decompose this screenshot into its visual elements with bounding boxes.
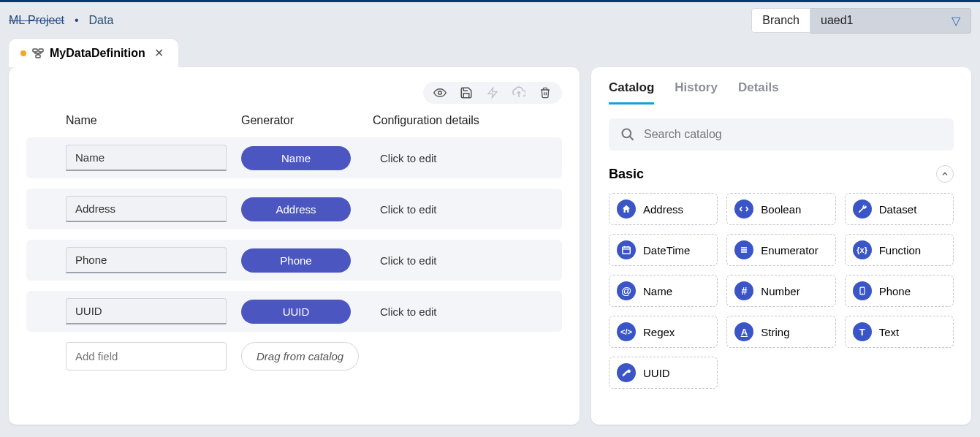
- catalog-grid: AddressBooleanDatasetDateTimeEnumerator{…: [609, 193, 954, 389]
- config-cell[interactable]: Click to edit: [373, 152, 552, 164]
- catalog-item-text[interactable]: TText: [845, 316, 954, 348]
- category-title: Basic: [609, 167, 644, 182]
- catalog-item-regex[interactable]: </>Regex: [609, 316, 718, 348]
- hash-icon: #: [734, 281, 753, 300]
- toolbar: [26, 82, 562, 104]
- add-row: Drag from catalog: [26, 342, 562, 370]
- add-field-input[interactable]: [66, 342, 227, 370]
- catalog-panel: Catalog History Details Basic AddressBoo…: [591, 67, 971, 425]
- arrows-icon: [734, 200, 753, 218]
- catalog-item-label: DateTime: [643, 244, 690, 256]
- catalog-item-label: Name: [643, 285, 672, 297]
- catalog-item-label: Number: [761, 285, 799, 297]
- catalog-item-label: Address: [643, 203, 683, 216]
- category-header: Basic: [609, 165, 954, 183]
- col-name: Name: [37, 114, 241, 127]
- breadcrumb: ML Project • Data: [9, 14, 113, 27]
- tab-history[interactable]: History: [675, 80, 718, 104]
- tab-mydatadefinition[interactable]: MyDataDefinition ✕: [9, 39, 178, 67]
- at-icon: @: [617, 281, 636, 300]
- catalog-item-label: Text: [879, 326, 900, 338]
- tab-details[interactable]: Details: [738, 80, 779, 104]
- config-cell[interactable]: Click to edit: [373, 305, 552, 318]
- field-row: UUID Click to edit: [26, 291, 562, 332]
- catalog-item-address[interactable]: Address: [609, 193, 718, 225]
- top-bar: ML Project • Data Branch uaed1 ▽: [0, 2, 980, 39]
- generator-chip[interactable]: UUID: [241, 300, 351, 324]
- svg-point-6: [623, 129, 631, 138]
- modified-indicator-icon: [20, 50, 26, 56]
- catalog-item-uuid[interactable]: UUID: [609, 357, 718, 389]
- phone-icon: [853, 281, 872, 300]
- calendar-icon: [617, 240, 636, 259]
- svg-line-7: [630, 137, 634, 140]
- workspace: Name Generator Configuration details Nam…: [0, 67, 980, 433]
- catalog-item-function[interactable]: {x}Function: [845, 234, 954, 266]
- upload-icon[interactable]: [512, 86, 525, 99]
- field-row: Address Click to edit: [26, 189, 562, 229]
- list-icon: [734, 240, 753, 259]
- grid-header: Name Generator Configuration details: [26, 114, 562, 137]
- catalog-item-label: Phone: [879, 285, 911, 297]
- branch-label: Branch: [751, 8, 810, 33]
- field-name-input[interactable]: [66, 196, 227, 222]
- branch-dropdown[interactable]: uaed1 ▽: [810, 8, 971, 34]
- breadcrumb-project[interactable]: ML Project: [9, 14, 64, 27]
- T-icon: T: [853, 322, 872, 341]
- config-cell[interactable]: Click to edit: [373, 203, 552, 216]
- catalog-item-phone[interactable]: Phone: [845, 275, 954, 307]
- catalog-item-number[interactable]: #Number: [726, 275, 835, 307]
- code-icon: </>: [617, 322, 636, 341]
- catalog-item-boolean[interactable]: Boolean: [726, 193, 835, 225]
- field-row: Phone Click to edit: [26, 240, 562, 281]
- search-box[interactable]: [609, 118, 954, 151]
- catalog-item-label: Dataset: [879, 203, 917, 216]
- catalog-item-enumerator[interactable]: Enumerator: [726, 234, 835, 266]
- save-icon[interactable]: [460, 86, 473, 99]
- breadcrumb-section[interactable]: Data: [88, 14, 113, 27]
- tab-catalog[interactable]: Catalog: [609, 80, 654, 104]
- field-name-input[interactable]: [66, 247, 227, 273]
- close-icon[interactable]: ✕: [151, 46, 167, 60]
- generator-chip[interactable]: Name: [241, 146, 351, 170]
- key-icon: [617, 363, 636, 382]
- catalog-item-label: Boolean: [761, 203, 801, 216]
- search-icon: [620, 127, 635, 142]
- drag-from-catalog[interactable]: Drag from catalog: [241, 342, 359, 370]
- branch-selector: Branch uaed1 ▽: [751, 8, 971, 34]
- toolbar-inner: [423, 82, 562, 104]
- search-input[interactable]: [644, 128, 942, 141]
- tab-label: MyDataDefinition: [50, 47, 145, 60]
- field-name-input[interactable]: [66, 145, 227, 171]
- run-icon[interactable]: [486, 86, 499, 99]
- wrench-icon: [853, 200, 872, 218]
- chevron-down-icon: ▽: [951, 14, 960, 28]
- tabs-row: MyDataDefinition ✕: [0, 39, 980, 67]
- catalog-item-name[interactable]: @Name: [609, 275, 718, 307]
- collapse-icon[interactable]: [936, 165, 954, 183]
- svg-rect-0: [33, 49, 37, 52]
- svg-rect-8: [623, 247, 631, 254]
- config-cell[interactable]: Click to edit: [373, 254, 552, 267]
- catalog-item-datetime[interactable]: DateTime: [609, 234, 718, 266]
- catalog-item-label: Enumerator: [761, 244, 818, 256]
- field-row: Name Click to edit: [26, 137, 562, 178]
- svg-point-3: [438, 91, 442, 95]
- catalog-item-label: Function: [879, 244, 922, 256]
- fx-icon: {x}: [853, 240, 872, 259]
- editor-panel: Name Generator Configuration details Nam…: [9, 67, 580, 425]
- catalog-item-label: String: [761, 326, 789, 338]
- delete-icon[interactable]: [539, 86, 552, 99]
- preview-icon[interactable]: [433, 86, 447, 99]
- catalog-item-label: UUID: [643, 367, 670, 379]
- branch-value: uaed1: [821, 14, 854, 27]
- field-name-input[interactable]: [66, 298, 227, 324]
- catalog-item-label: Regex: [643, 326, 675, 338]
- svg-marker-4: [488, 88, 497, 97]
- breadcrumb-separator: •: [75, 14, 79, 27]
- generator-chip[interactable]: Phone: [241, 248, 351, 273]
- generator-chip[interactable]: Address: [241, 197, 351, 221]
- col-generator: Generator: [241, 114, 373, 127]
- catalog-item-dataset[interactable]: Dataset: [845, 193, 954, 225]
- catalog-item-string[interactable]: AString: [726, 316, 835, 348]
